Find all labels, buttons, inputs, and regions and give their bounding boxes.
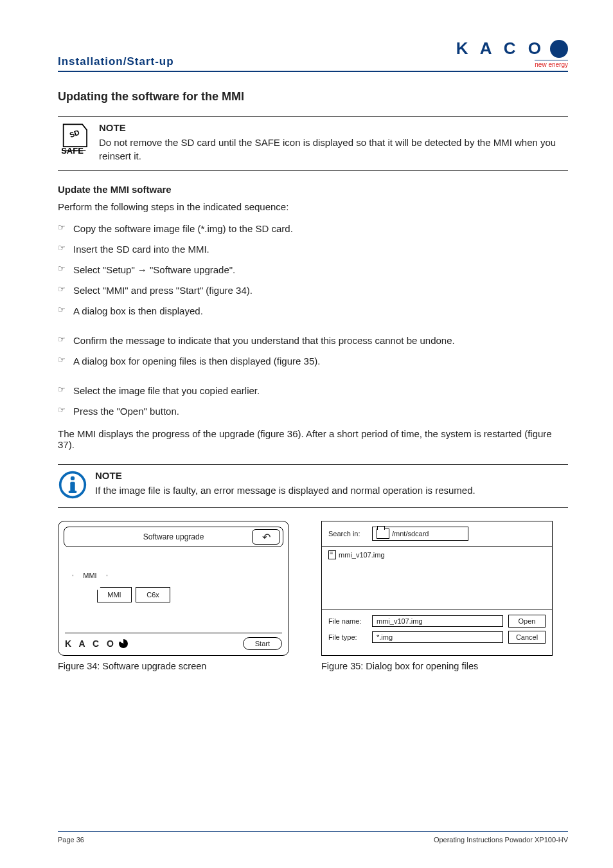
filetype-label: File type: bbox=[328, 633, 367, 641]
hex-label: MMI bbox=[83, 572, 96, 579]
note-info: NOTE If the image file is faulty, an err… bbox=[58, 464, 568, 508]
search-in-label: Search in: bbox=[328, 530, 367, 538]
steps-list-a: Copy the software image file (*.img) to … bbox=[58, 219, 568, 321]
footer-page: Page 36 bbox=[58, 836, 84, 844]
svg-text:SD: SD bbox=[69, 128, 81, 139]
steps-list-c: Select the image file that you copied ea… bbox=[58, 381, 568, 422]
info-icon bbox=[58, 470, 87, 500]
swirl-icon bbox=[550, 40, 568, 58]
fig35-caption: Figure 35: Dialog box for opening files bbox=[321, 661, 553, 671]
swirl-icon bbox=[119, 639, 128, 648]
search-in-field[interactable]: /mnt/sdcard bbox=[372, 527, 468, 541]
update-heading: Update the MMI software bbox=[58, 184, 568, 195]
step: A dialog box for opening files is then d… bbox=[58, 351, 568, 372]
start-button[interactable]: Start bbox=[243, 637, 282, 650]
step: Select the image file that you copied ea… bbox=[58, 381, 568, 401]
file-icon bbox=[328, 550, 336, 559]
sd-safe-icon: SD SAFE bbox=[58, 122, 91, 156]
step: Insert the SD card into the MMI. bbox=[58, 239, 568, 260]
brand-text: K A C O bbox=[456, 39, 545, 59]
after-text: The MMI displays the progress of the upg… bbox=[58, 428, 568, 450]
filename-label: File name: bbox=[328, 617, 367, 625]
note1-label: NOTE bbox=[99, 122, 568, 133]
open-button[interactable]: Open bbox=[508, 615, 546, 628]
intro-text: Perform the following steps in the indic… bbox=[58, 201, 568, 212]
note2-text: If the image file is faulty, an error me… bbox=[95, 484, 568, 497]
list-item[interactable]: mmi_v107.img bbox=[328, 550, 546, 559]
step: Press the "Open" button. bbox=[58, 401, 568, 422]
steps-list-b: Confirm the message to indicate that you… bbox=[58, 330, 568, 372]
fig34-title: Software upgrade bbox=[143, 532, 204, 541]
step: Copy the software image file (*.img) to … bbox=[58, 219, 568, 239]
back-button[interactable]: ↶ bbox=[252, 529, 280, 545]
brand-logo: K A C O new energy bbox=[456, 39, 568, 68]
cancel-button[interactable]: Cancel bbox=[508, 631, 546, 644]
list-item-label: mmi_v107.img bbox=[339, 551, 385, 559]
header-section: Installation/Start-up bbox=[58, 55, 174, 68]
brand-tagline: new energy bbox=[535, 60, 568, 68]
fig34-caption: Figure 34: Software upgrade screen bbox=[58, 661, 289, 671]
folder-icon bbox=[377, 529, 389, 539]
search-in-value: /mnt/sdcard bbox=[392, 530, 429, 538]
figure-35-dialog: Search in: /mnt/sdcard mmi_v107.img File… bbox=[321, 521, 553, 656]
step: Confirm the message to indicate that you… bbox=[58, 330, 568, 351]
filename-input[interactable]: mmi_v107.img bbox=[372, 615, 503, 627]
note-sd-safe: SD SAFE NOTE Do not remove the SD card u… bbox=[58, 116, 568, 171]
hex-node-mmi[interactable]: MMI bbox=[73, 560, 107, 591]
tab-c6x[interactable]: C6x bbox=[136, 587, 170, 602]
step: Select "Setup" → "Software upgrade". bbox=[58, 260, 568, 280]
footer-doc-title: Operating Instructions Powador XP100-HV bbox=[434, 836, 568, 844]
fig34-brand-text: K A C O bbox=[65, 638, 116, 649]
fig34-brand: K A C O bbox=[65, 638, 128, 649]
figure-34-panel: Software upgrade ↶ MMI MMI C6x K A C O S… bbox=[58, 521, 289, 656]
step: A dialog box is then displayed. bbox=[58, 301, 568, 321]
svg-point-5 bbox=[71, 476, 75, 480]
note2-label: NOTE bbox=[95, 470, 568, 481]
page-title: Updating the software for the MMI bbox=[58, 90, 568, 104]
filetype-input[interactable]: *.img bbox=[372, 631, 503, 643]
filetype-value: *.img bbox=[377, 633, 393, 641]
file-list[interactable]: mmi_v107.img bbox=[322, 546, 552, 610]
filename-value: mmi_v107.img bbox=[377, 617, 423, 625]
svg-rect-7 bbox=[69, 491, 77, 493]
note1-text: Do not remove the SD card until the SAFE… bbox=[99, 136, 568, 163]
step: Select "MMI" and press "Start" (figure 3… bbox=[58, 280, 568, 301]
